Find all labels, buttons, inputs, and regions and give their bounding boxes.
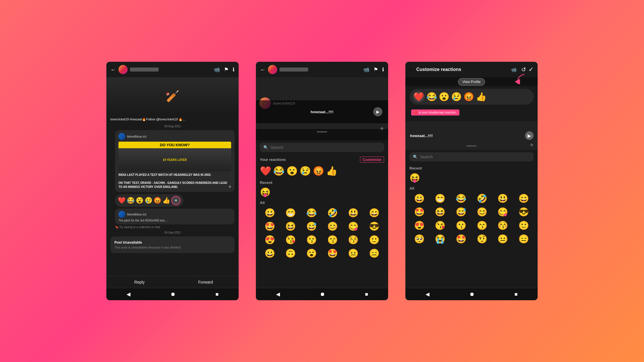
p3-e14[interactable]: 😘 xyxy=(430,220,450,231)
p3-e3[interactable]: 😂 xyxy=(451,193,471,204)
e18[interactable]: 🙂 xyxy=(364,234,384,245)
e7[interactable]: 🤩 xyxy=(260,221,280,232)
p3-e18[interactable]: 🙂 xyxy=(514,220,534,231)
e3[interactable]: 😂 xyxy=(302,207,321,218)
p3-e7[interactable]: 🤩 xyxy=(409,206,429,217)
e23[interactable]: 😐 xyxy=(344,248,363,259)
back-nav-1[interactable]: ◀ xyxy=(126,291,131,297)
p3-e21[interactable]: 🤩 xyxy=(451,233,471,244)
view-profile-btn-3[interactable]: View Profile xyxy=(458,78,485,86)
add-reaction-btn[interactable]: + xyxy=(171,196,181,205)
flag-icon-2[interactable]: ⚑ xyxy=(373,66,378,73)
reaction-thumbs[interactable]: 👍 xyxy=(162,197,170,204)
p3-e23[interactable]: 😐 xyxy=(493,233,513,244)
e14[interactable]: 😘 xyxy=(281,234,301,245)
forward-btn[interactable]: Forward xyxy=(172,280,239,284)
p3-e1[interactable]: 😀 xyxy=(409,193,429,204)
rc-thumbs[interactable]: 👍 xyxy=(476,92,486,102)
rc-heart[interactable]: ❤️ xyxy=(413,91,425,102)
back-icon-2[interactable]: ← xyxy=(260,66,266,73)
p3-e4[interactable]: 🤣 xyxy=(472,193,492,204)
reply-btn[interactable]: Reply xyxy=(106,280,172,284)
search-input-3[interactable] xyxy=(420,155,530,159)
p3-e2[interactable]: 😁 xyxy=(430,193,450,204)
video-icon-3[interactable]: 📹 xyxy=(511,67,517,72)
search-input-2[interactable] xyxy=(271,145,381,150)
flag-icon-1[interactable]: ⚑ xyxy=(224,66,229,73)
p3-e9[interactable]: 😅 xyxy=(451,206,471,217)
customize-btn[interactable]: Customize xyxy=(360,157,384,163)
e17[interactable]: 😚 xyxy=(344,234,363,245)
home-nav-1[interactable]: ⏺ xyxy=(170,291,176,297)
e13[interactable]: 😍 xyxy=(260,234,280,245)
check-icon[interactable]: ✓ xyxy=(528,66,534,73)
video-icon-1[interactable]: 📹 xyxy=(214,66,220,73)
rc-laugh[interactable]: 😂 xyxy=(426,92,437,102)
reaction-laugh[interactable]: 😂 xyxy=(127,197,135,204)
p3-e10[interactable]: 😊 xyxy=(472,206,492,217)
yr-laugh[interactable]: 😂 xyxy=(273,165,285,176)
e6[interactable]: 😄 xyxy=(364,207,384,218)
p3-e8[interactable]: 😆 xyxy=(430,206,450,217)
p3-e19[interactable]: 🥺 xyxy=(409,233,429,244)
video-icon-2[interactable]: 📹 xyxy=(363,66,369,73)
back-icon-1[interactable]: ← xyxy=(110,66,116,73)
info-icon-2[interactable]: ℹ xyxy=(382,66,384,73)
square-nav-3[interactable]: ■ xyxy=(515,291,518,297)
p3-e6[interactable]: 😄 xyxy=(514,193,534,204)
e2[interactable]: 😁 xyxy=(281,207,301,218)
yr-wow[interactable]: 😮 xyxy=(286,165,298,176)
reaction-wow[interactable]: 😮 xyxy=(136,197,143,204)
e12[interactable]: 😎 xyxy=(364,221,384,232)
yr-angry[interactable]: 😡 xyxy=(313,165,324,176)
rc-cry[interactable]: 😢 xyxy=(451,92,462,102)
e4[interactable]: 🤣 xyxy=(323,207,342,218)
p3-e13[interactable]: 😍 xyxy=(409,220,429,231)
e1[interactable]: 😀 xyxy=(260,207,280,218)
back-icon-3[interactable]: ← xyxy=(409,67,414,72)
p3-e24[interactable]: 😑 xyxy=(514,233,534,244)
p3-e11[interactable]: 😋 xyxy=(493,206,513,217)
p3-e20[interactable]: 😭 xyxy=(430,233,450,244)
e9[interactable]: 😅 xyxy=(302,221,321,232)
e22[interactable]: 🤩 xyxy=(323,248,342,259)
recent-emoji-1-3[interactable]: 😝 xyxy=(409,173,420,182)
p3-e5[interactable]: 😃 xyxy=(493,193,513,204)
recent-emoji-1-2[interactable]: 😝 xyxy=(260,187,271,197)
e5[interactable]: 😃 xyxy=(344,207,363,218)
e19[interactable]: 😀 xyxy=(260,248,280,259)
emoji-scroll-3[interactable]: 🔍 Recent 😝 All 😀 😁 😂 🤣 😃 😄 🤩 😆 😅 😊 😋 😎 xyxy=(405,150,538,288)
e8[interactable]: 😆 xyxy=(281,221,301,232)
back-nav-2[interactable]: ◀ xyxy=(276,291,280,297)
p3-e17[interactable]: 😚 xyxy=(493,220,513,231)
yr-thumbs[interactable]: 👍 xyxy=(326,165,338,176)
home-nav-2[interactable]: ⏺ xyxy=(320,291,325,297)
reaction-angry[interactable]: 😡 xyxy=(154,197,161,204)
e11[interactable]: 😋 xyxy=(344,221,363,232)
rc-angry[interactable]: 😡 xyxy=(463,92,474,102)
play-btn-2[interactable]: ▶ xyxy=(373,107,382,116)
back-nav-3[interactable]: ◀ xyxy=(425,291,430,297)
e16[interactable]: 😙 xyxy=(323,234,342,245)
yr-heart[interactable]: ❤️ xyxy=(260,165,271,176)
square-nav-2[interactable]: ■ xyxy=(365,291,368,297)
e21[interactable]: 😮 xyxy=(302,248,321,259)
e20[interactable]: 🙃 xyxy=(281,248,301,259)
e10[interactable]: 😊 xyxy=(323,221,342,232)
yr-cry[interactable]: 😢 xyxy=(300,165,311,176)
play-btn-3[interactable]: ▶ xyxy=(525,131,534,140)
e15[interactable]: 😗 xyxy=(302,234,321,245)
home-nav-3[interactable]: ⏺ xyxy=(469,291,475,297)
p3-e22[interactable]: 🤨 xyxy=(472,233,492,244)
reaction-cry[interactable]: 😢 xyxy=(145,197,152,204)
rc-wow[interactable]: 😮 xyxy=(439,92,449,102)
reaction-heart[interactable]: ❤️ xyxy=(118,197,126,204)
p3-e12[interactable]: 😎 xyxy=(514,206,534,217)
e24[interactable]: 😑 xyxy=(364,248,384,259)
p3-e16[interactable]: 😙 xyxy=(472,220,492,231)
square-nav-1[interactable]: ■ xyxy=(216,291,219,297)
save-collection-text[interactable]: 🔖 Try saving to a collection in chat xyxy=(115,226,235,229)
p3-e15[interactable]: 😗 xyxy=(451,220,471,231)
reset-icon[interactable]: ↺ xyxy=(521,66,526,73)
info-icon-1[interactable]: ℹ xyxy=(233,66,235,73)
